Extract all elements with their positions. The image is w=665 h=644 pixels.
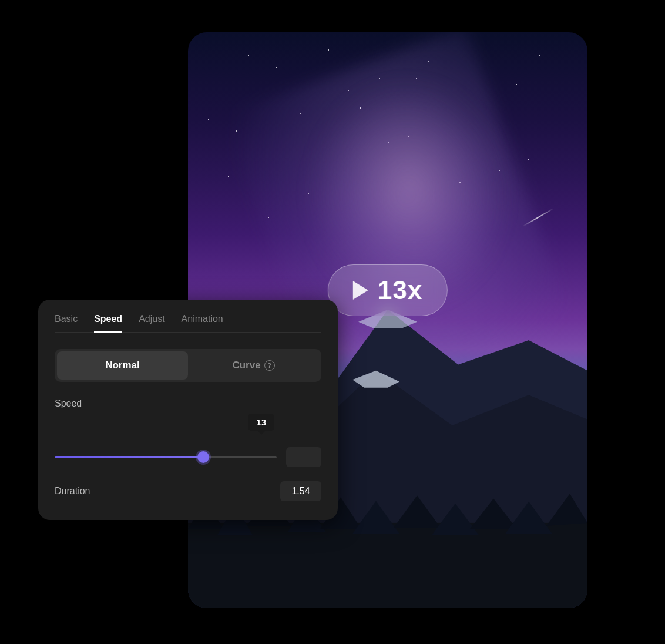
control-panel: Basic Speed Adjust Animation Normal Curv… — [38, 300, 338, 520]
normal-mode-button[interactable]: Normal — [57, 351, 188, 380]
curve-label: Curve — [232, 360, 260, 371]
curve-mode-button[interactable]: Curve ? — [188, 351, 319, 380]
speed-slider-thumb[interactable] — [197, 451, 209, 463]
svg-rect-5 — [188, 523, 587, 608]
speed-label: Speed — [55, 398, 321, 409]
curve-help-icon[interactable]: ? — [264, 360, 275, 371]
speed-input[interactable]: 13 — [286, 447, 321, 467]
tab-basic[interactable]: Basic — [55, 314, 78, 333]
speed-tooltip: 13 — [248, 414, 274, 431]
speed-badge-value: 13x — [378, 276, 422, 305]
speed-badge: 13x — [328, 264, 448, 316]
tab-adjust[interactable]: Adjust — [139, 314, 164, 333]
speed-slider-fill — [55, 456, 203, 458]
speed-slider-track — [55, 456, 277, 458]
play-icon — [353, 281, 368, 300]
speed-section: Speed 13 13 — [55, 398, 321, 467]
speed-header: Speed — [55, 398, 321, 409]
speed-slider-row: 13 — [55, 447, 321, 467]
duration-section: Duration 1.54 — [55, 481, 321, 501]
tabs-bar: Basic Speed Adjust Animation — [55, 314, 321, 333]
speed-slider-container[interactable] — [55, 451, 277, 463]
tab-animation[interactable]: Animation — [182, 314, 223, 333]
speed-tooltip-value: 13 — [256, 417, 266, 427]
duration-label: Duration — [55, 486, 273, 497]
mode-buttons-group: Normal Curve ? — [55, 349, 321, 382]
duration-value: 1.54 — [280, 481, 321, 501]
tab-speed[interactable]: Speed — [94, 314, 122, 333]
